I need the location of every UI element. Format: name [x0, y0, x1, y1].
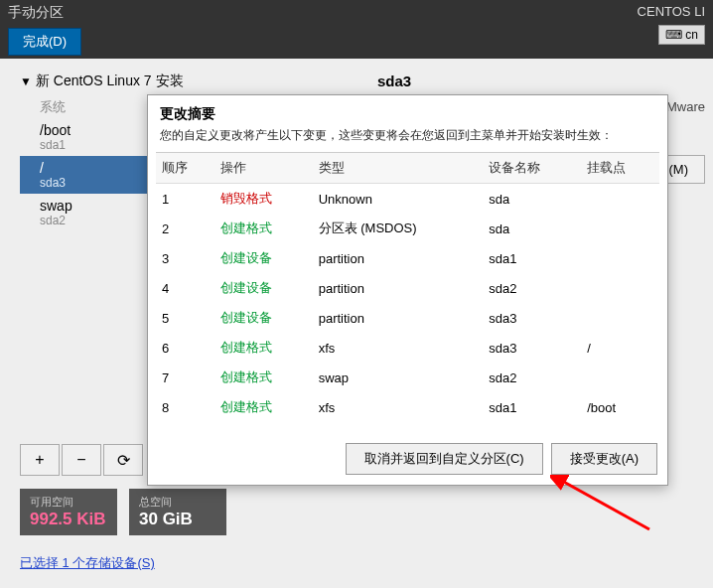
cell-type: swap: [313, 363, 484, 392]
changes-table: 顺序 操作 类型 设备名称 挂载点 1销毁格式Unknownsda2创建格式分区…: [156, 152, 659, 422]
cell-dev: sda2: [483, 363, 581, 392]
cell-mount: [581, 363, 659, 392]
partition-toolbar: + − ⟳: [20, 444, 143, 476]
cell-type: Unknown: [313, 184, 484, 215]
cell-mount: [581, 184, 659, 215]
cell-order: 6: [156, 333, 214, 363]
col-order[interactable]: 顺序: [156, 153, 214, 184]
cell-op: 创建格式: [214, 214, 313, 243]
page-title: 手动分区: [8, 4, 81, 22]
install-expander[interactable]: ▼ 新 CentOS Linux 7 安装: [20, 67, 357, 96]
cell-op: 创建格式: [214, 392, 313, 422]
os-label: CENTOS LI: [638, 4, 705, 19]
detail-device-heading: sda3: [357, 67, 411, 89]
cell-order: 2: [156, 214, 214, 243]
available-space-label: 可用空间: [30, 495, 107, 510]
col-type[interactable]: 类型: [313, 153, 484, 184]
install-title: 新 CentOS Linux 7 安装: [36, 73, 184, 90]
total-space-label: 总空间: [139, 495, 216, 510]
add-partition-button[interactable]: +: [20, 444, 60, 476]
cell-type: xfs: [313, 392, 484, 422]
cell-op: 创建设备: [214, 303, 313, 333]
cell-dev: sda1: [483, 392, 581, 422]
table-row[interactable]: 7创建格式swapsda2: [156, 363, 659, 392]
cell-dev: sda: [483, 184, 581, 215]
table-row[interactable]: 3创建设备partitionsda1: [156, 243, 659, 273]
storage-devices-link[interactable]: 已选择 1 个存储设备(S): [20, 554, 155, 572]
cancel-button[interactable]: 取消并返回到自定义分区(C): [346, 443, 543, 475]
done-button[interactable]: 完成(D): [8, 28, 81, 56]
cell-type: partition: [313, 273, 484, 303]
total-space-box: 总空间 30 GiB: [129, 489, 226, 535]
cell-order: 1: [156, 184, 214, 215]
cell-type: xfs: [313, 333, 484, 363]
svg-line-0: [560, 480, 649, 529]
cell-mount: /: [581, 333, 659, 363]
cell-order: 4: [156, 273, 214, 303]
table-row[interactable]: 1销毁格式Unknownsda: [156, 184, 659, 215]
table-row[interactable]: 4创建设备partitionsda2: [156, 273, 659, 303]
available-space-box: 可用空间 992.5 KiB: [20, 489, 117, 535]
col-mount[interactable]: 挂载点: [581, 153, 659, 184]
cell-order: 8: [156, 392, 214, 422]
cell-dev: sda3: [483, 303, 581, 333]
reload-button[interactable]: ⟳: [103, 444, 143, 476]
cell-op: 创建格式: [214, 333, 313, 363]
table-row[interactable]: 6创建格式xfssda3/: [156, 333, 659, 363]
space-footer: 可用空间 992.5 KiB 总空间 30 GiB: [20, 489, 226, 535]
cell-dev: sda1: [483, 243, 581, 273]
col-operation[interactable]: 操作: [214, 153, 313, 184]
cell-dev: sda: [483, 214, 581, 243]
cell-order: 7: [156, 363, 214, 392]
cell-order: 3: [156, 243, 214, 273]
cell-op: 创建设备: [214, 243, 313, 273]
available-space-value: 992.5 KiB: [30, 510, 107, 529]
cell-mount: /boot: [581, 392, 659, 422]
table-row[interactable]: 2创建格式分区表 (MSDOS)sda: [156, 214, 659, 243]
col-device[interactable]: 设备名称: [483, 153, 581, 184]
cell-mount: [581, 273, 659, 303]
topbar: 手动分区 完成(D) CENTOS LI ⌨ cn: [0, 0, 713, 59]
cell-order: 5: [156, 303, 214, 333]
cell-type: partition: [313, 243, 484, 273]
keyboard-layout-label: cn: [685, 28, 698, 42]
cell-mount: [581, 303, 659, 333]
table-row[interactable]: 8创建格式xfssda1/boot: [156, 392, 659, 422]
cell-type: 分区表 (MSDOS): [313, 214, 484, 243]
cell-op: 销毁格式: [214, 184, 313, 215]
keyboard-icon: ⌨: [665, 28, 682, 42]
table-row[interactable]: 5创建设备partitionsda3: [156, 303, 659, 333]
total-space-value: 30 GiB: [139, 510, 216, 529]
cell-op: 创建格式: [214, 363, 313, 392]
dialog-subtitle: 您的自定义更改将产生以下变更，这些变更将会在您返回到主菜单并开始安装时生效：: [148, 127, 667, 152]
cell-dev: sda3: [483, 333, 581, 363]
dialog-title: 更改摘要: [148, 95, 667, 127]
cell-dev: sda2: [483, 273, 581, 303]
remove-partition-button[interactable]: −: [62, 444, 101, 476]
cell-type: partition: [313, 303, 484, 333]
cell-mount: [581, 214, 659, 243]
keyboard-layout-indicator[interactable]: ⌨ cn: [658, 25, 705, 45]
summary-dialog: 更改摘要 您的自定义更改将产生以下变更，这些变更将会在您返回到主菜单并开始安装时…: [147, 94, 668, 486]
cell-op: 创建设备: [214, 273, 313, 303]
accept-button[interactable]: 接受更改(A): [551, 443, 657, 475]
cell-mount: [581, 243, 659, 273]
chevron-down-icon: ▼: [20, 74, 32, 88]
